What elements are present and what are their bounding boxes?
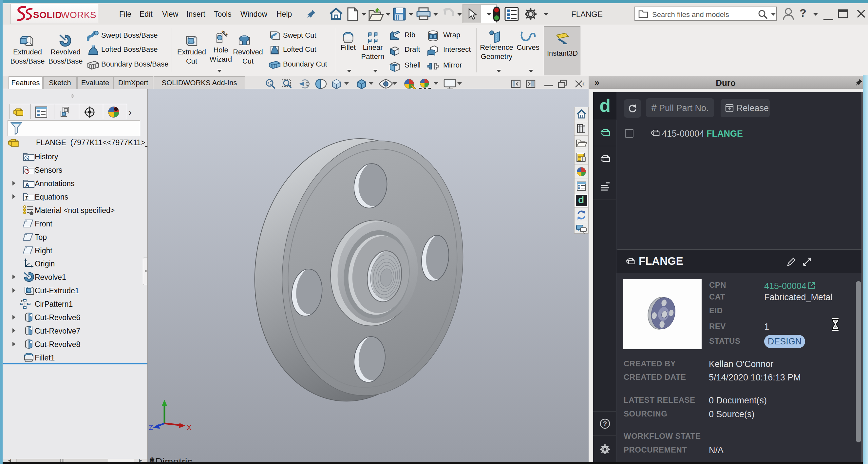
svg-text:A: A [25, 182, 29, 188]
svg-text:X: X [187, 424, 192, 432]
svg-text:Σ: Σ [25, 195, 29, 202]
svg-text:Z: Z [149, 424, 153, 432]
svg-text:WORKS: WORKS [61, 10, 96, 20]
svg-text:SOLID: SOLID [33, 10, 62, 20]
svg-text:?: ? [603, 420, 607, 427]
